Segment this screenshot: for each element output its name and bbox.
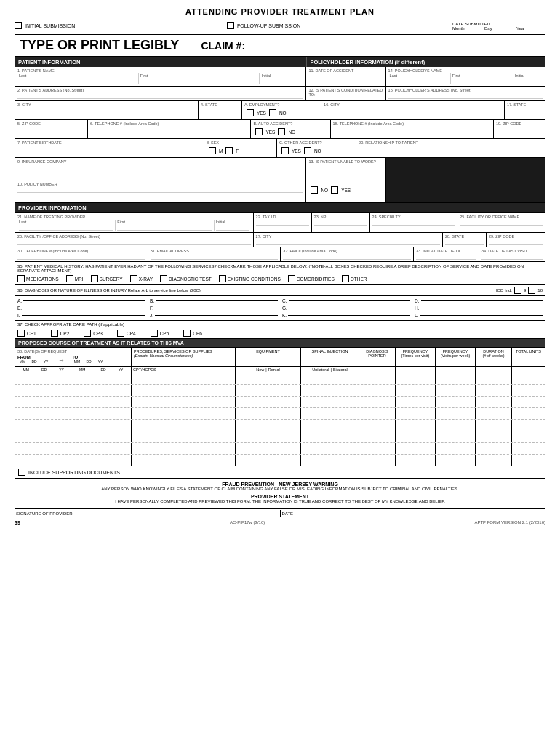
- dr-date-4[interactable]: [15, 408, 132, 419]
- diag-e[interactable]: E.: [17, 306, 145, 311]
- dr-dur-1[interactable]: [476, 373, 512, 384]
- dr-spinal-6[interactable]: [301, 431, 359, 442]
- cp4-checkbox[interactable]: [117, 330, 124, 337]
- dr-freq1-5[interactable]: [396, 420, 436, 431]
- facility-name-cell[interactable]: 25. FACILITY OR OFFICE NAME: [457, 213, 545, 232]
- diag-i[interactable]: I.: [17, 313, 145, 318]
- table-row[interactable]: [15, 373, 545, 385]
- table-row[interactable]: [15, 397, 545, 408]
- dr-diag-7[interactable]: [359, 443, 396, 454]
- dr-date-7[interactable]: [15, 443, 132, 454]
- dr-total-8[interactable]: [512, 455, 545, 466]
- cp6-checkbox[interactable]: [183, 330, 191, 337]
- icd10-checkbox[interactable]: [528, 287, 535, 294]
- npi-cell[interactable]: 23. NPI: [312, 213, 370, 232]
- zip29-cell[interactable]: 29. ZIP CODE: [487, 233, 545, 247]
- dr-diag-5[interactable]: [359, 420, 396, 431]
- employment-no-check[interactable]: [269, 109, 276, 116]
- include-docs-checkbox[interactable]: [18, 469, 25, 476]
- cp3-checkbox[interactable]: [84, 330, 91, 337]
- diag-j[interactable]: J.: [150, 313, 278, 318]
- dr-date-2[interactable]: [15, 385, 132, 396]
- table-row[interactable]: [15, 431, 545, 443]
- initial-submission-checkbox[interactable]: [15, 22, 22, 29]
- ph-first[interactable]: First: [451, 73, 513, 84]
- dr-date-5[interactable]: [15, 420, 132, 431]
- diag-c[interactable]: C.: [282, 298, 410, 303]
- diag-f[interactable]: F.: [150, 306, 278, 311]
- sex-female-check[interactable]: [225, 147, 233, 154]
- cp5-checkbox[interactable]: [151, 330, 158, 337]
- facility-address-cell[interactable]: 26. FACILITY /OFFICE ADDRESS (No. Street…: [15, 233, 254, 247]
- dr-freq1-4[interactable]: [396, 408, 436, 419]
- dr-freq1-1[interactable]: [396, 373, 436, 384]
- dr-date-6[interactable]: [15, 431, 132, 442]
- dr-freq2-5[interactable]: [436, 420, 476, 431]
- dr-total-1[interactable]: [512, 373, 545, 384]
- dr-total-3[interactable]: [512, 397, 545, 407]
- prov-initial[interactable]: Initial: [215, 220, 251, 231]
- relationship-cell[interactable]: 20. RELATIONSHIP TO PATIENT: [356, 139, 545, 157]
- table-row[interactable]: [15, 455, 545, 466]
- dr-freq2-2[interactable]: [436, 385, 476, 396]
- dr-date-3[interactable]: [15, 397, 132, 407]
- fax32-cell[interactable]: 32. FAX # (Include Area Code): [281, 247, 414, 261]
- zip19-cell[interactable]: 19. ZIP CODE: [494, 120, 545, 138]
- dr-freq2-6[interactable]: [436, 431, 476, 442]
- state17-cell[interactable]: 17. STATE: [505, 101, 545, 119]
- policy-cell[interactable]: 10. POLICY NUMBER: [15, 180, 306, 202]
- diag-a[interactable]: A.: [17, 298, 145, 303]
- table-row[interactable]: [15, 420, 545, 431]
- dr-spinal-1[interactable]: [301, 373, 359, 384]
- diag-l[interactable]: L.: [415, 313, 543, 318]
- dr-cpt-6[interactable]: [132, 431, 236, 442]
- dr-diag-2[interactable]: [359, 385, 396, 396]
- unable-yes-check[interactable]: [331, 186, 338, 194]
- dr-diag-8[interactable]: [359, 455, 396, 466]
- dr-equip-6[interactable]: [236, 431, 301, 442]
- ph-address-cell[interactable]: 15. POLICYHOLDER'S ADDRESS (No. Street): [386, 87, 545, 100]
- dr-freq2-3[interactable]: [436, 397, 476, 407]
- telephone18-cell[interactable]: 18. TELEPHONE # (Include Area Code): [331, 120, 494, 138]
- medications-checkbox[interactable]: [17, 275, 25, 282]
- specialty-cell[interactable]: 24. SPECIALTY: [370, 213, 458, 232]
- email31-cell[interactable]: 31. EMAIL ADDRESS: [148, 247, 281, 261]
- month-field[interactable]: Month: [452, 26, 481, 31]
- patient-last[interactable]: Last: [17, 73, 139, 84]
- prov-first[interactable]: First: [116, 220, 214, 231]
- dr-freq1-6[interactable]: [396, 431, 436, 442]
- dr-equip-7[interactable]: [236, 443, 301, 454]
- other-checkbox[interactable]: [342, 275, 349, 282]
- initial-date-cell[interactable]: 33. INITIAL DATE OF TX: [414, 247, 479, 261]
- state-cell[interactable]: 4. STATE: [199, 101, 242, 119]
- signature-field[interactable]: SIGNATURE OF PROVIDER: [15, 510, 280, 517]
- city27-cell[interactable]: 27. CITY: [254, 233, 443, 247]
- dr-equip-5[interactable]: [236, 420, 301, 431]
- ph-last[interactable]: Last: [388, 73, 451, 84]
- tax-id-cell[interactable]: 22. TAX I.D.: [254, 213, 312, 232]
- dr-date-1[interactable]: [15, 373, 132, 384]
- dr-spinal-3[interactable]: [301, 397, 359, 407]
- diag-b[interactable]: B.: [150, 298, 278, 303]
- date-field[interactable]: DATE: [280, 510, 546, 517]
- diag-k[interactable]: K.: [282, 313, 410, 318]
- dr-diag-3[interactable]: [359, 397, 396, 407]
- employment-yes-check[interactable]: [247, 109, 254, 116]
- dr-cpt-8[interactable]: [132, 455, 236, 466]
- dr-diag-6[interactable]: [359, 431, 396, 442]
- surgery-checkbox[interactable]: [91, 275, 98, 282]
- other-no-check[interactable]: [304, 147, 311, 154]
- dr-cpt-1[interactable]: [132, 373, 236, 384]
- dr-cpt-5[interactable]: [132, 420, 236, 431]
- last-visit-cell[interactable]: 34. DATE OF LAST VISIT: [479, 247, 545, 261]
- dr-freq2-7[interactable]: [436, 443, 476, 454]
- dr-equip-3[interactable]: [236, 397, 301, 407]
- prov-last[interactable]: Last: [17, 220, 116, 231]
- dr-spinal-4[interactable]: [301, 408, 359, 419]
- diag-g[interactable]: G.: [282, 306, 410, 311]
- telephone-cell[interactable]: 6. TELEPHONE # (Include Area Code): [88, 120, 251, 138]
- table-row[interactable]: [15, 385, 545, 397]
- dr-equip-2[interactable]: [236, 385, 301, 396]
- dr-dur-7[interactable]: [476, 443, 512, 454]
- diag-d[interactable]: D.: [415, 298, 543, 303]
